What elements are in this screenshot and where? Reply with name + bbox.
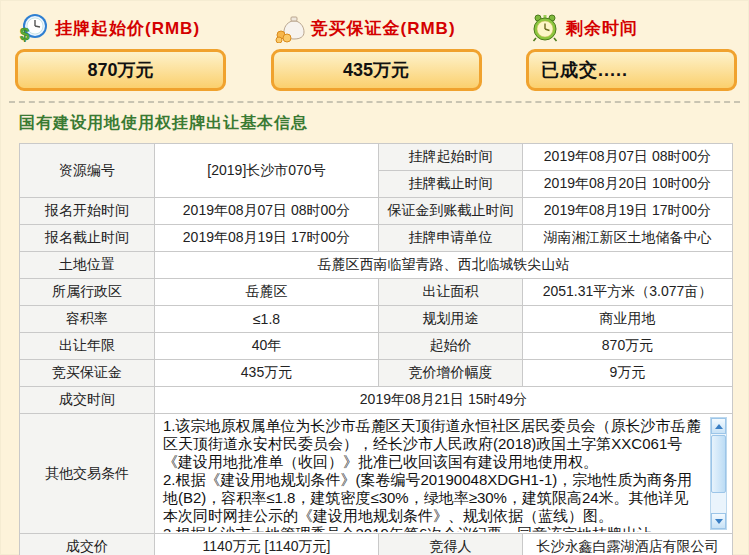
remaining-time-label: 剩余时间 [566,17,638,40]
summary-row: $ 挂牌起始价(RMB) 870万元 竞买保证金(RMB [1,1,748,91]
money-bag-icon [275,13,305,43]
deposit-label: 竞买保证金(RMB) [311,17,456,40]
alarm-clock-icon [530,13,560,43]
dashed-divider [9,101,740,103]
clock-money-icon: $ [19,13,49,43]
term-label: 出让年限 [20,333,155,360]
remaining-time-value: 已成交..... [526,49,737,91]
scroll-up-button[interactable] [711,418,726,434]
signup-start-value: 2019年08月07日 08时00分 [155,198,379,225]
resource-no-value: [2019]长沙市070号 [155,144,379,198]
condition-paragraph: 2.根据《建设用地规划条件》(案卷编号20190048XDGH1-1)，宗地性质… [163,471,703,525]
location-label: 土地位置 [20,252,155,279]
other-conditions-text: 1.该宗地原权属单位为长沙市岳麓区天顶街道永恒社区居民委员会（原长沙市岳麓区天顶… [158,415,729,532]
district-value: 岳麓区 [155,279,379,306]
other-conditions-cell: 1.该宗地原权属单位为长沙市岳麓区天顶街道永恒社区居民委员会（原长沙市岳麓区天顶… [155,414,733,534]
land-info-table: 资源编号 [2019]长沙市070号 挂牌起始时间 2019年08月07日 08… [19,143,733,555]
scrollbar-thumb[interactable] [711,435,726,493]
table-row: 竞买保证金 435万元 竞价增价幅度 9万元 [20,360,733,387]
start-price-label: 挂牌起始价(RMB) [55,17,200,40]
deal-price-value: 1140万元 [1140万元] [155,534,379,555]
signup-end-value: 2019年08月19日 17时00分 [155,225,379,252]
condition-paragraph: 3.根据长沙市土地管理委员会2019年第6次会议纪要，同意该宗地挂牌出让 [163,525,703,532]
applicant-value: 湖南湘江新区土地储备中心 [523,225,733,252]
deposit-row-label: 竞买保证金 [20,360,155,387]
area-value: 2051.31平方米（3.077亩） [523,279,733,306]
table-row: 报名开始时间 2019年08月07日 08时00分 保证金到账截止时间 2019… [20,198,733,225]
table-row: 出让年限 40年 起始价 870万元 [20,333,733,360]
summary-start-price: $ 挂牌起始价(RMB) 870万元 [15,11,226,91]
term-value: 40年 [155,333,379,360]
land-listing-panel: $ 挂牌起始价(RMB) 870万元 竞买保证金(RMB [0,0,749,555]
district-label: 所属行政区 [20,279,155,306]
start-price-row-value: 870万元 [523,333,733,360]
deal-time-value: 2019年08月21日 15时49分 [155,387,733,414]
area-label: 出让面积 [379,279,523,306]
winner-value: 长沙永鑫白露湖酒店有限公司 [523,534,733,555]
start-price-row-label: 起始价 [379,333,523,360]
deal-time-label: 成交时间 [20,387,155,414]
page-title: 国有建设用地使用权挂牌出让基本信息 [19,113,748,134]
deposit-row-value: 435万元 [155,360,379,387]
far-value: ≤1.8 [155,306,379,333]
table-row: 成交时间 2019年08月21日 15时49分 [20,387,733,414]
location-value: 岳麓区西南临望青路、西北临城铁尖山站 [155,252,733,279]
listing-start-value: 2019年08月07日 08时00分 [523,144,733,171]
table-row: 容积率 ≤1.8 规划用途 商业用地 [20,306,733,333]
listing-start-label: 挂牌起始时间 [379,144,523,171]
listing-end-label: 挂牌截止时间 [379,171,523,198]
listing-end-value: 2019年08月20日 10时00分 [523,171,733,198]
deposit-deadline-label: 保证金到账截止时间 [379,198,523,225]
scroll-down-button[interactable] [711,513,726,529]
summary-deposit: 竞买保证金(RMB) 435万元 [271,11,482,91]
table-row: 其他交易条件 1.该宗地原权属单位为长沙市岳麓区天顶街道永恒社区居民委员会（原长… [20,414,733,534]
signup-start-label: 报名开始时间 [20,198,155,225]
deposit-deadline-value: 2019年08月19日 17时00分 [523,198,733,225]
deposit-value: 435万元 [271,49,482,91]
table-row: 成交价 1140万元 [1140万元] 竞得人 长沙永鑫白露湖酒店有限公司 [20,534,733,555]
signup-end-label: 报名截止时间 [20,225,155,252]
far-label: 容积率 [20,306,155,333]
arrow-up-icon [715,424,723,429]
other-conditions-label: 其他交易条件 [20,414,155,534]
increment-label: 竞价增价幅度 [379,360,523,387]
use-label: 规划用途 [379,306,523,333]
other-conditions-scroll-area: 1.该宗地原权属单位为长沙市岳麓区天顶街道永恒社区居民委员会（原长沙市岳麓区天顶… [158,415,729,532]
use-value: 商业用地 [523,306,733,333]
summary-remaining-time: 剩余时间 已成交..... [526,11,737,91]
winner-label: 竞得人 [379,534,523,555]
applicant-label: 挂牌申请单位 [379,225,523,252]
condition-paragraph: 1.该宗地原权属单位为长沙市岳麓区天顶街道永恒社区居民委员会（原长沙市岳麓区天顶… [163,417,703,471]
svg-text:$: $ [20,25,30,43]
arrow-down-icon [715,519,723,524]
increment-value: 9万元 [523,360,733,387]
scrollbar[interactable] [710,417,727,530]
table-row: 所属行政区 岳麓区 出让面积 2051.31平方米（3.077亩） [20,279,733,306]
table-row: 资源编号 [2019]长沙市070号 挂牌起始时间 2019年08月07日 08… [20,144,733,171]
deal-price-label: 成交价 [20,534,155,555]
resource-no-label: 资源编号 [20,144,155,198]
start-price-value: 870万元 [15,49,226,91]
table-row: 报名截止时间 2019年08月19日 17时00分 挂牌申请单位 湖南湘江新区土… [20,225,733,252]
table-row: 土地位置 岳麓区西南临望青路、西北临城铁尖山站 [20,252,733,279]
